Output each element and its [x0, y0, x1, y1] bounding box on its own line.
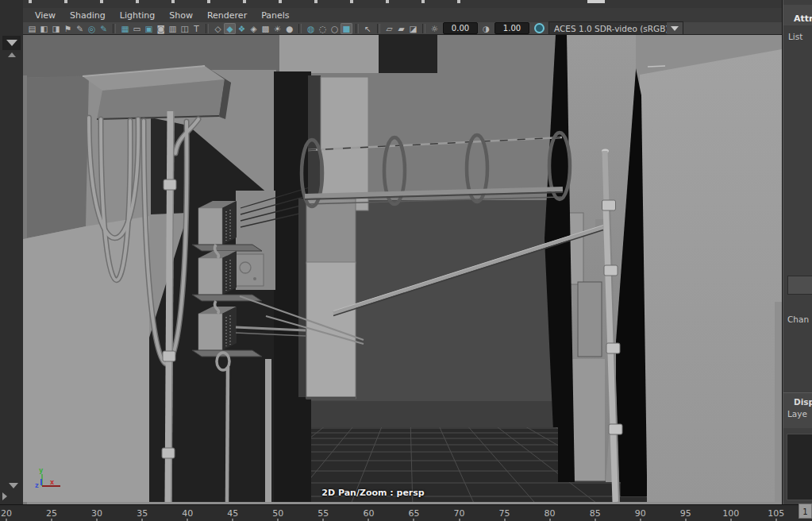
timeline-frame-80[interactable]: 80	[545, 508, 556, 519]
toolbar-separator	[298, 24, 302, 33]
toolbar-separator	[377, 24, 380, 33]
resolution-gate-icon[interactable]: ▣	[143, 23, 155, 34]
layers-menu[interactable]: Laye	[787, 409, 807, 419]
chevron-down-icon[interactable]	[9, 483, 18, 488]
axis-y-label: y	[39, 467, 44, 474]
safe-action-icon[interactable]: ◫	[179, 23, 190, 34]
film-gate-icon[interactable]: ▭	[131, 23, 143, 34]
color-management-icon[interactable]	[534, 23, 545, 33]
grease-pencil-icon[interactable]: ✎	[74, 23, 86, 34]
timeline-frame-25[interactable]: 25	[46, 508, 57, 519]
menu-view[interactable]: View	[28, 10, 63, 21]
sculpt-brush-icon[interactable]: ✎	[98, 23, 110, 34]
panel-collapse-button[interactable]	[2, 36, 21, 50]
toolbar-separator	[113, 24, 116, 33]
wireframe-on-shaded-icon[interactable]: ▩	[260, 23, 271, 34]
attribute-editor-title: Attri	[794, 14, 812, 24]
timeline-frame-30[interactable]: 30	[91, 508, 102, 519]
paint-select-icon[interactable]: ◎	[86, 23, 98, 34]
channel-box-label[interactable]: Chan	[787, 315, 809, 324]
smooth-shade-icon[interactable]: ◆	[224, 23, 236, 34]
menu-show[interactable]: Show	[162, 10, 200, 21]
timeline-frame-40[interactable]: 40	[182, 508, 193, 519]
timeline-frame-60[interactable]: 60	[363, 508, 374, 519]
toolbar-icons: ▤◧◨⚑✎◎✎▦▭▣◙▥◫T◇◆❖◈▩☀●◍◌○■↖▱▰◪☼	[26, 23, 441, 34]
select-cursor-icon[interactable]: ↖	[362, 23, 374, 34]
image-plane-icon[interactable]: ◪	[407, 23, 419, 34]
exposure-icon[interactable]: ☼	[429, 23, 441, 34]
motion-blur-icon[interactable]: ◌	[317, 23, 329, 34]
use-default-material-icon[interactable]: ◈	[248, 23, 260, 34]
layer-list[interactable]	[787, 434, 812, 500]
toolbar-separator	[206, 24, 209, 33]
axis-x-label: x	[50, 479, 55, 486]
chevron-down-icon	[6, 40, 17, 46]
wireframe-icon[interactable]: ◇	[212, 23, 224, 34]
camera-lock-icon[interactable]: ◧	[38, 23, 50, 34]
shelf-icon-bottoms	[29, 0, 473, 3]
textured-icon[interactable]: ❖	[236, 23, 248, 34]
render-toggle-icon[interactable]: ■	[341, 23, 352, 34]
timeline-frame-35[interactable]: 35	[137, 508, 148, 519]
isolate-select-icon[interactable]: ▱	[383, 23, 395, 34]
bookmark-icon[interactable]: ⚑	[62, 23, 74, 34]
menu-list[interactable]: List	[788, 32, 802, 41]
left-dock-strip	[0, 0, 24, 504]
shelf-icon-bottom-wide	[587, 0, 605, 3]
right-far-wall[interactable]	[640, 49, 782, 502]
timeline-frame-45[interactable]: 45	[227, 508, 238, 519]
chevron-up-icon[interactable]	[8, 52, 16, 57]
timeline-frame-65[interactable]: 65	[408, 508, 419, 519]
shelf-edge	[23, 0, 782, 8]
timeline-frame-90[interactable]: 90	[635, 508, 646, 519]
safe-title-icon[interactable]: T	[190, 23, 202, 34]
toolbar-separator	[422, 24, 425, 33]
timeline-frame-100[interactable]: 100	[722, 508, 739, 519]
viewport-overlay-label: 2D Pan/Zoom : persp	[270, 488, 476, 498]
grid-toggle-icon[interactable]: ▦	[119, 23, 131, 34]
menu-renderer[interactable]: Renderer	[200, 10, 254, 21]
toolbar-separator	[356, 24, 359, 33]
exposure-field[interactable]: 0.00	[443, 22, 478, 34]
display-tab[interactable]: Disp	[794, 397, 812, 407]
chevron-right-icon[interactable]	[2, 492, 7, 500]
camera-settings-icon[interactable]: ◨	[50, 23, 62, 34]
axis-z-label: z	[35, 482, 39, 489]
gate-mask-icon[interactable]: ◙	[155, 23, 167, 34]
timeline-frame-20[interactable]: 20	[1, 508, 12, 519]
timeline-frame-55[interactable]: 55	[317, 508, 329, 519]
lights-icon[interactable]: ☀	[271, 23, 283, 34]
chevron-down-icon	[671, 26, 679, 31]
movie-camera-icon[interactable]: ▤	[26, 23, 38, 34]
menu-lighting[interactable]: Lighting	[113, 10, 162, 21]
timeline-frame-50[interactable]: 50	[272, 508, 283, 519]
timeline-frame-75[interactable]: 75	[499, 508, 510, 519]
menu-shading[interactable]: Shading	[63, 10, 113, 21]
gamma-field[interactable]: 1.00	[495, 22, 529, 34]
timeline-frame-70[interactable]: 70	[454, 508, 465, 519]
view-transform-label: ACES 1.0 SDR-video (sRGB)	[549, 24, 667, 33]
frame-field[interactable]: 1	[799, 504, 812, 519]
field-chart-icon[interactable]: ▥	[167, 23, 179, 34]
isolate-view-icon[interactable]: ▰	[395, 23, 407, 34]
timeline-frame-85[interactable]: 85	[590, 508, 601, 519]
gamma-icon[interactable]: ◑	[480, 23, 492, 34]
ambient-occlusion-icon[interactable]: ◍	[305, 23, 317, 34]
shadows-icon[interactable]: ●	[283, 23, 295, 34]
mounted-panel-lower[interactable]	[298, 199, 356, 399]
timeline-frame-105[interactable]: 105	[768, 508, 784, 519]
timeline-frame-95[interactable]: 95	[680, 508, 691, 519]
maya-window: ViewShadingLightingShowRendererPanels ▤◧…	[0, 0, 812, 521]
viewport-toolbar: ▤◧◨⚑✎◎✎▦▭▣◙▥◫T◇◆❖◈▩☀●◍◌○■↖▱▰◪☼ 0.00 ◑ 1.…	[23, 22, 782, 35]
panel-button[interactable]	[787, 276, 812, 295]
viewport-canvas[interactable]: y x z	[23, 35, 782, 504]
right-dock-panel: Attri List Chan Disp Laye	[782, 0, 812, 504]
timeline-ruler[interactable]: 1 20253035404550556065707580859095100105	[0, 504, 812, 521]
dropdown-caret[interactable]	[667, 22, 683, 34]
multisample-icon[interactable]: ○	[329, 23, 341, 34]
menubar: ViewShadingLightingShowRendererPanels	[23, 8, 782, 22]
view-transform-dropdown[interactable]: ACES 1.0 SDR-video (sRGB)	[548, 21, 683, 35]
overhead-beam[interactable]	[83, 66, 231, 120]
menu-panels[interactable]: Panels	[254, 10, 296, 21]
